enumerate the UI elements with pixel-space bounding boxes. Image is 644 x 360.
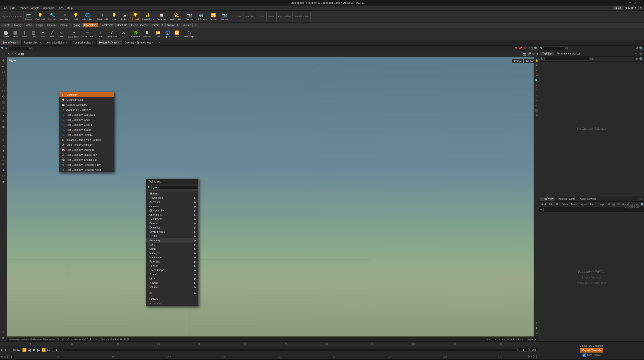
- caustic-light-btn[interactable]: ✨ Caustic Light: [141, 11, 155, 22]
- all-item[interactable]: All ▶: [146, 291, 198, 295]
- tab-close-anim[interactable]: ✕: [66, 42, 68, 44]
- vp-r12[interactable]: ⊞: [534, 113, 539, 118]
- volume-item[interactable]: Volume ▶: [146, 285, 198, 289]
- area-light-btn[interactable]: ☀ Area Light: [59, 11, 71, 22]
- vp-r10[interactable]: ◎: [534, 103, 539, 108]
- vp-r11[interactable]: ⬛: [534, 108, 539, 113]
- net-labs-btn[interactable]: Labs: [589, 203, 596, 206]
- menu-build-btn[interactable]: Build: [613, 6, 623, 10]
- font-btn[interactable]: A Font: [119, 29, 128, 40]
- submenu-templatebody[interactable]: 👤 Test Geometry: Template Body: [60, 162, 114, 167]
- rp-settings[interactable]: ⚙: [638, 52, 643, 56]
- spot-light-btn[interactable]: 🔦 Spot Light: [47, 11, 59, 22]
- viewing-item[interactable]: Viewing ▶: [146, 281, 198, 285]
- tab-motion-fx[interactable]: Motion FX View ✕: [97, 40, 122, 45]
- frame-input[interactable]: [52, 348, 61, 352]
- menu-main-btn[interactable]: ✥ Main ▾: [624, 6, 638, 10]
- vp-r6[interactable]: ⤢: [534, 83, 539, 88]
- animation-item[interactable]: Animation ▶: [146, 200, 198, 204]
- curvebezier-btn[interactable]: 〜 Curve Bezier: [66, 29, 81, 40]
- rp-view-icon[interactable]: ⊕ 🔍: [636, 57, 643, 61]
- menu-file[interactable]: File: [1, 6, 8, 10]
- view-tools-right[interactable]: ⊕ 🔍: [636, 47, 643, 50]
- tl-play-btn[interactable]: ▶: [37, 348, 40, 352]
- switcher-btn[interactable]: 🔀 Switcher: [208, 11, 219, 22]
- tl-stop-btn[interactable]: ⏹: [32, 348, 36, 352]
- frame-start-input[interactable]: [519, 348, 528, 352]
- grid-btn[interactable]: ▤ Grid: [29, 29, 38, 40]
- rp-search-input[interactable]: [544, 57, 589, 61]
- vp-r3[interactable]: +: [534, 68, 539, 73]
- light2-btn[interactable]: 💡 Light: [110, 11, 119, 22]
- tl-icon4[interactable]: ⊞: [13, 348, 16, 352]
- net-icon2[interactable]: ▤: [612, 202, 616, 206]
- tab-close-composite[interactable]: ✕: [92, 42, 94, 44]
- view-tools-left[interactable]: ⚙ 📌 □ □ □ ◎ 🔍: [514, 47, 538, 50]
- net-icon8[interactable]: 🔍: [640, 202, 644, 206]
- frame-end-input[interactable]: [529, 348, 538, 352]
- tab-add[interactable]: +: [156, 40, 163, 45]
- vp-r1[interactable]: 🔒: [534, 58, 539, 63]
- submenu-labs-render[interactable]: 🔬 Labs Render Geometry: [60, 142, 114, 147]
- tool10[interactable]: ⚙: [1, 105, 6, 111]
- menu-windows[interactable]: Windows: [42, 6, 56, 10]
- vp-cam-icon[interactable]: 📷 🎬 ⚙ ⊕: [523, 52, 538, 56]
- shelf-add[interactable]: +: [193, 23, 198, 27]
- fps-icon[interactable]: ⊕: [1, 355, 3, 358]
- net-go-btn[interactable]: Go: [555, 203, 560, 206]
- spiral-btn[interactable]: 🌀 Spiral: [163, 29, 172, 40]
- close-button[interactable]: ✕: [638, 1, 642, 4]
- chfx-item[interactable]: Character FX ▶: [146, 208, 198, 213]
- gi-light-btn[interactable]: 💡 GI Light: [130, 11, 140, 22]
- rp-add-tab[interactable]: +: [634, 52, 638, 56]
- minimize-button[interactable]: ─: [628, 1, 632, 4]
- shelf-create[interactable]: Create: [1, 23, 12, 27]
- submenu-squab[interactable]: 🐾 Test Geometry: Squab: [60, 127, 114, 132]
- tab-close-scene[interactable]: ✕: [17, 42, 19, 44]
- frame-range[interactable]: [62, 349, 518, 351]
- tl-next-btn[interactable]: ⏩: [42, 348, 46, 352]
- menu-labs[interactable]: Labs: [56, 6, 65, 10]
- metaball-btn[interactable]: ⬮ Metaball: [142, 29, 152, 40]
- tool6[interactable]: ○: [1, 82, 6, 88]
- helix-btn[interactable]: 🔁 Helix: [172, 29, 181, 40]
- deform-item[interactable]: Deform ▶: [146, 221, 198, 225]
- sky-light-btn[interactable]: ☁ Sky Light: [119, 11, 130, 22]
- menu-main2-btn[interactable]: ▾: [638, 6, 643, 10]
- vp-r5[interactable]: 🔍: [534, 78, 539, 83]
- submenu-tommy[interactable]: 🐾 Test Geometry: Tommy: [60, 132, 114, 137]
- distant-light-btn[interactable]: ☀ Distant Light: [96, 11, 110, 22]
- camera2-btn[interactable]: 📷 Camera: [184, 11, 194, 22]
- shelf-simplefx[interactable]: Simple FX: [165, 23, 180, 27]
- vr-camera-btn[interactable]: 🥽 VR Camera: [194, 11, 208, 22]
- tool22[interactable]: ◉: [1, 179, 6, 184]
- viewport[interactable]: View Persp No cam 🔒 👁 + ⊕ 🔍 ⤢ ⟳ ↔ ↕ ◎ ⬛ …: [7, 57, 539, 336]
- environments-item[interactable]: Environments ▶: [146, 230, 198, 234]
- vp-tool5[interactable]: ⬤: [21, 52, 24, 56]
- quickshapes-btn[interactable]: ⬡ Quick Shapes: [182, 29, 197, 40]
- menu-edit[interactable]: Edit: [9, 6, 17, 10]
- tool16[interactable]: ≡: [1, 143, 6, 148]
- line-btn[interactable]: ╱ Line: [48, 29, 57, 40]
- constraints-item[interactable]: Constraints ▶: [146, 217, 198, 221]
- tab-close-render[interactable]: ✕: [39, 42, 41, 44]
- submenu-geolight[interactable]: 💡 Geometry Light: [60, 97, 114, 102]
- net-add-tab[interactable]: +: [634, 197, 638, 201]
- shelf-constraints[interactable]: Constraints: [99, 23, 115, 27]
- shelf-characters[interactable]: Characters: [82, 23, 98, 27]
- net-tools-btn[interactable]: Tools: [570, 203, 578, 206]
- point-light-btn[interactable]: 💡 Point Light: [34, 11, 46, 22]
- drawcurve-btn[interactable]: ✏ Draw Curve: [81, 29, 94, 40]
- tool13[interactable]: ▣: [1, 124, 6, 130]
- fps-input-wrap[interactable]: 1: [10, 355, 14, 358]
- rp-tab-performance[interactable]: Performance Monitor: [554, 52, 582, 56]
- manipulate-item[interactable]: Manipulate ▶: [146, 255, 198, 259]
- tool11[interactable]: ☁: [1, 113, 6, 118]
- tl-icon2[interactable]: ⊙: [5, 348, 8, 352]
- tl-prev-btn[interactable]: ⏪: [22, 348, 26, 352]
- vp-info[interactable]: ℹ: [534, 326, 539, 330]
- fileio-item[interactable]: File IO ▶: [146, 234, 198, 238]
- scale-tool[interactable]: ⬡: [1, 69, 6, 75]
- vp-grid-icon[interactable]: ⊞: [534, 331, 539, 335]
- vp-tool4[interactable]: ⊕: [18, 52, 20, 56]
